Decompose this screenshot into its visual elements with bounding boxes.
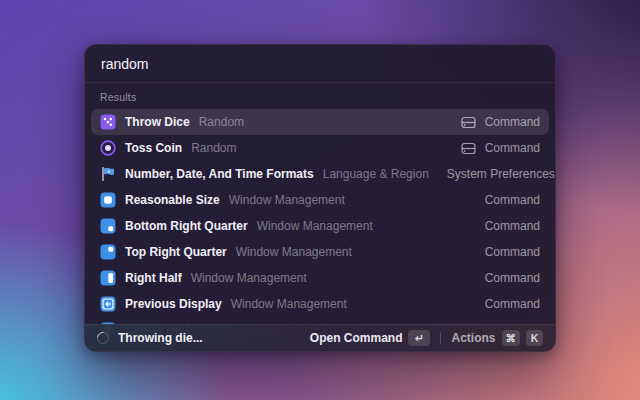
result-title: Top Right Quarter xyxy=(125,245,227,259)
cmd-key-badge: ⌘ xyxy=(502,330,521,346)
coin-icon xyxy=(100,140,116,156)
result-row-toss-coin[interactable]: Toss Coin Random Command xyxy=(91,135,549,161)
results-list: Results Throw Dice Random Command Toss C… xyxy=(85,83,555,352)
loading-spinner-icon xyxy=(95,330,112,347)
result-title: Bottom Right Quarter xyxy=(125,219,248,233)
result-subtitle: Window Management xyxy=(229,193,345,207)
search-input[interactable] xyxy=(101,56,539,72)
footer-divider xyxy=(440,332,441,344)
actions-label: Actions xyxy=(451,331,495,345)
result-title: Right Half xyxy=(125,271,182,285)
result-subtitle: Random xyxy=(199,115,244,129)
result-row-number-date-time-formats[interactable]: Number, Date, And Time Formats Language … xyxy=(91,161,549,187)
k-key-badge: K xyxy=(526,330,543,346)
result-row-right-half[interactable]: Right Half Window Management Command xyxy=(91,265,549,291)
results-section-header: Results xyxy=(91,83,549,109)
result-accessory: Command xyxy=(485,115,540,129)
open-command-button[interactable]: Open Command ↵ xyxy=(310,330,431,346)
result-accessory: Command xyxy=(485,271,540,285)
wm-right-half-icon xyxy=(100,270,116,286)
result-title: Throw Dice xyxy=(125,115,190,129)
result-title: Toss Coin xyxy=(125,141,182,155)
search-bar xyxy=(85,45,555,83)
return-key-badge: ↵ xyxy=(408,330,430,346)
result-accessory: System Preferences xyxy=(447,167,555,181)
language-region-flag-icon xyxy=(100,166,116,182)
wm-top-right-quarter-icon xyxy=(100,244,116,260)
result-row-top-right-quarter[interactable]: Top Right Quarter Window Management Comm… xyxy=(91,239,549,265)
wm-previous-display-icon xyxy=(100,296,116,312)
result-row-previous-display[interactable]: Previous Display Window Management Comma… xyxy=(91,291,549,317)
result-row-throw-dice[interactable]: Throw Dice Random Command xyxy=(91,109,549,135)
wm-reasonable-size-icon xyxy=(100,192,116,208)
command-type-icon xyxy=(461,142,476,155)
open-command-label: Open Command xyxy=(310,331,403,345)
result-accessory: Command xyxy=(485,297,540,311)
result-title: Previous Display xyxy=(125,297,222,311)
result-subtitle: Random xyxy=(191,141,236,155)
result-subtitle: Window Management xyxy=(257,219,373,233)
dice-icon xyxy=(100,114,116,130)
wm-bottom-right-quarter-icon xyxy=(100,218,116,234)
result-subtitle: Window Management xyxy=(231,297,347,311)
result-accessory: Command xyxy=(485,245,540,259)
result-subtitle: Language & Region xyxy=(323,167,429,181)
result-accessory: Command xyxy=(485,141,540,155)
status-text: Throwing die... xyxy=(118,331,203,345)
result-subtitle: Window Management xyxy=(191,271,307,285)
result-row-reasonable-size[interactable]: Reasonable Size Window Management Comman… xyxy=(91,187,549,213)
command-type-icon xyxy=(461,116,476,129)
launcher-window: Results Throw Dice Random Command Toss C… xyxy=(84,44,556,352)
result-subtitle: Window Management xyxy=(236,245,352,259)
footer-bar: Throwing die... Open Command ↵ Actions ⌘… xyxy=(85,324,555,351)
result-accessory: Command xyxy=(485,219,540,233)
result-title: Reasonable Size xyxy=(125,193,220,207)
actions-button[interactable]: Actions ⌘ K xyxy=(451,330,543,346)
result-accessory: Command xyxy=(485,193,540,207)
result-title: Number, Date, And Time Formats xyxy=(125,167,314,181)
result-row-bottom-right-quarter[interactable]: Bottom Right Quarter Window Management C… xyxy=(91,213,549,239)
